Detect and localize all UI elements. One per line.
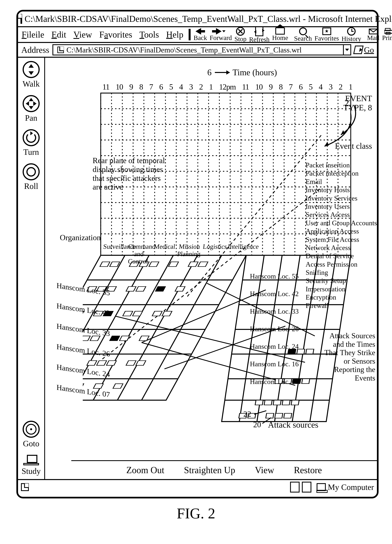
event-class-item: Sniffing — [306, 268, 377, 277]
window-title: C:\Mark\SBIR-CDSAV\FinalDemo\Scenes_Temp… — [25, 14, 392, 24]
organization-axis-label: Organization — [60, 233, 101, 242]
status-doc-icon — [21, 483, 29, 491]
event-class-item: Firewall — [306, 302, 377, 310]
organization-labels: SurveillanceCommand and ControlMedicalMi… — [101, 243, 251, 265]
print-icon — [384, 28, 392, 35]
address-dropdown-button[interactable] — [344, 44, 351, 55]
menu-favorites[interactable]: Favorites — [99, 30, 132, 40]
event-class-item: Inventory Users — [306, 202, 377, 211]
event-class-item: Denial of Service — [306, 252, 377, 260]
toolbar-print-label: Print — [382, 35, 392, 41]
toolbar-back-label: Back — [193, 35, 207, 41]
straighten-up-button[interactable]: Straighten Up — [184, 465, 235, 475]
svg-rect-111 — [302, 379, 310, 384]
menu-file[interactable]: Fileile — [22, 30, 44, 40]
toolbar-print-button[interactable]: Print — [382, 28, 392, 41]
event-type-label: EVENT TYPE, 8 — [329, 94, 372, 112]
nav-pan-button[interactable]: Pan — [23, 95, 40, 123]
address-go-button[interactable]: Go — [354, 45, 374, 55]
nav-roll-button[interactable]: Roll — [23, 163, 40, 191]
event-type-text: EVENT TYPE, 8 — [343, 94, 372, 112]
event-class-label: Event class — [335, 141, 372, 150]
search-icon — [299, 27, 307, 35]
event-class-item: User and Group Accounts — [306, 219, 377, 227]
toolbar-home-button[interactable]: Home — [272, 28, 288, 41]
nav-goto-button[interactable]: Goto — [23, 421, 40, 448]
menu-help[interactable]: Help — [166, 30, 183, 40]
toolbar-history-label: History — [341, 35, 361, 42]
vrml-scene[interactable]: 6 Time (hours) 111098765432112pm11109876… — [83, 69, 367, 446]
view-button[interactable]: View — [255, 465, 274, 475]
event-class-item: Packet interception — [306, 169, 377, 177]
forward-arrow-icon — [216, 28, 222, 35]
organization-label: Logistics — [201, 243, 226, 265]
go-label: Go — [364, 45, 374, 55]
address-input[interactable]: C:\Mark\SBIR-CDSAV\FinalDemo\Scenes_Temp… — [53, 44, 344, 55]
event-class-item: Security Setup — [306, 277, 377, 285]
event-class-list: Packet insertionPacket interceptionEmail… — [306, 161, 377, 310]
address-label: Address — [21, 45, 49, 55]
nav-roll-label: Roll — [24, 181, 38, 191]
event-class-item: Services Access — [306, 211, 377, 219]
favorites-icon — [322, 28, 331, 35]
status-cell — [290, 482, 299, 492]
toolbar-refresh-label: Refresh — [249, 36, 269, 43]
event-class-item: Impersonation — [306, 285, 377, 293]
mail-icon — [369, 28, 378, 35]
svg-line-123 — [262, 418, 271, 424]
address-doc-icon — [57, 47, 64, 53]
event-class-item: Encryption — [306, 293, 377, 301]
toolbar-search-label: Search — [294, 35, 312, 42]
toolbar-back-button[interactable]: Back — [193, 28, 207, 41]
toolbar-forward-button[interactable]: Forward — [210, 28, 232, 41]
rear-plane-note: Rear plane of temporal display showing t… — [93, 156, 171, 191]
my-computer-icon — [317, 483, 326, 491]
organization-label: Command and Control — [126, 243, 152, 265]
right-location: Hanscom Loc. 33 — [250, 303, 298, 320]
event-class-item: Inventory Services — [306, 194, 377, 202]
zoom-out-button[interactable]: Zoom Out — [126, 465, 164, 475]
nav-turn-button[interactable]: Turn — [23, 129, 40, 157]
status-cell — [302, 482, 311, 492]
viewer-controls: Zoom Out Straighten Up View Restore — [71, 460, 377, 479]
toolbar-history-button[interactable]: History — [341, 27, 361, 42]
toolbar-stop-button[interactable]: Stop — [234, 27, 246, 42]
event-class-item: Email — [306, 177, 377, 186]
right-location-labels: Hanscom Loc. 55Hanscom Loc. 42Hanscom Lo… — [250, 268, 298, 390]
home-icon — [275, 28, 285, 35]
organization-label: Medical — [151, 243, 176, 265]
toolbar-forward-label: Forward — [210, 35, 232, 41]
nav-walk-label: Walk — [23, 79, 40, 89]
toolbar-favorites-button[interactable]: Favorites — [315, 28, 339, 42]
menu-edit[interactable]: Edit — [52, 30, 66, 40]
toolbar-home-label: Home — [272, 35, 288, 41]
menu-view[interactable]: View — [73, 30, 92, 40]
figure-label: FIG. 2 — [177, 505, 215, 522]
svg-rect-120 — [275, 413, 283, 418]
right-location: Hanscom Loc. 55 — [250, 268, 298, 285]
right-location: Hanscom Loc. 42 — [250, 285, 298, 303]
go-icon — [353, 46, 363, 54]
event-class-item: System File Access — [306, 236, 377, 244]
forward-dropdown-icon[interactable] — [222, 30, 226, 32]
history-icon — [347, 27, 356, 35]
nav-pan-label: Pan — [25, 113, 37, 123]
study-icon — [23, 455, 39, 465]
event-class-item: Application Access — [306, 227, 377, 235]
walk-icon — [23, 61, 40, 78]
svg-rect-115 — [282, 400, 290, 405]
nav-study-button[interactable]: Study — [22, 455, 41, 476]
menu-tools[interactable]: Tools — [140, 30, 159, 40]
toolbar-search-button[interactable]: Search — [294, 27, 312, 42]
right-location: Hanscom Loc. 07 — [250, 373, 298, 390]
svg-rect-121 — [284, 413, 292, 418]
nav-walk-button[interactable]: Walk — [23, 61, 40, 89]
toolbar-stop-label: Stop — [234, 36, 246, 42]
svg-rect-114 — [273, 400, 281, 405]
restore-button[interactable]: Restore — [294, 465, 322, 475]
roll-icon — [23, 163, 40, 180]
stop-icon — [236, 27, 245, 36]
organization-label: Intelligence — [226, 243, 251, 265]
toolbar-mail-button[interactable]: Mail — [367, 28, 380, 41]
toolbar-refresh-button[interactable]: Refresh — [249, 26, 269, 43]
